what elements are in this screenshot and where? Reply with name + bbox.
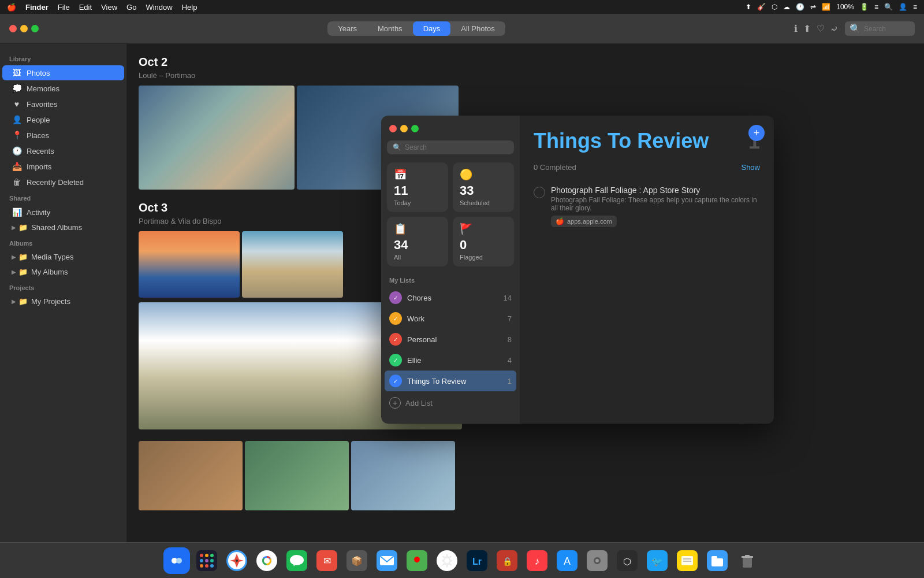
rem-search-input[interactable]	[405, 143, 508, 151]
dock-mail[interactable]	[374, 547, 400, 574]
sidebar-item-photos[interactable]: 🖼 Photos	[2, 65, 124, 80]
dock-files[interactable]	[704, 547, 731, 574]
rem-close-button[interactable]	[389, 125, 397, 132]
sidebar-item-recently-deleted[interactable]: 🗑 Recently Deleted	[2, 175, 124, 190]
sidebar-item-places[interactable]: 📍 Places	[2, 128, 124, 143]
dock-vpn[interactable]: 🔒	[494, 547, 520, 574]
dock-finder[interactable]	[163, 547, 190, 574]
stat-today[interactable]: 📅 11 Today	[387, 162, 448, 212]
photo-item[interactable]	[139, 441, 243, 510]
svg-text:🐦: 🐦	[651, 556, 663, 567]
svg-point-9	[210, 559, 214, 562]
list-item-ellie[interactable]: ✓ Ellie 4	[381, 350, 520, 370]
bottom-thumbnails	[139, 441, 912, 510]
rem-search-box[interactable]: 🔍	[387, 140, 514, 154]
dock-launchpad[interactable]	[193, 547, 220, 574]
svg-point-12	[210, 564, 214, 568]
menu-finder[interactable]: Finder	[25, 3, 49, 12]
tab-all-photos[interactable]: All Photos	[450, 21, 505, 36]
status-user[interactable]: 👤	[899, 3, 907, 11]
sidebar-item-people[interactable]: 👤 People	[2, 112, 124, 127]
dock-trash[interactable]	[734, 547, 761, 574]
tab-years[interactable]: Years	[327, 21, 367, 36]
info-icon[interactable]: ℹ	[794, 23, 798, 34]
dock-messages[interactable]	[284, 547, 310, 574]
photo-item[interactable]	[139, 86, 295, 190]
photo-item[interactable]	[242, 231, 343, 298]
dock-maps[interactable]	[404, 547, 430, 574]
status-search[interactable]: 🔍	[884, 3, 893, 11]
show-completed-button[interactable]: Show	[741, 163, 760, 172]
personal-count: 8	[508, 335, 512, 344]
close-button[interactable]	[9, 25, 17, 32]
maximize-button[interactable]	[31, 25, 39, 32]
all-label: All	[394, 254, 441, 261]
apple-menu[interactable]: 🍎	[7, 3, 16, 12]
menu-go[interactable]: Go	[126, 3, 136, 12]
task-complete-circle[interactable]	[534, 187, 545, 198]
list-item-chores[interactable]: ✓ Chores 14	[381, 287, 520, 308]
photo-item[interactable]	[139, 231, 240, 298]
dock-app2[interactable]: 📦	[344, 547, 370, 574]
svg-text:Lr: Lr	[472, 557, 482, 566]
rem-minimize-button[interactable]	[400, 125, 408, 132]
sidebar-item-my-projects[interactable]: ▶ 📁 My Projects	[2, 294, 124, 309]
rem-detail-header: Things To Review 1	[534, 129, 760, 154]
tab-months[interactable]: Months	[367, 21, 413, 36]
stat-scheduled[interactable]: 🟡 33 Scheduled	[453, 162, 514, 212]
search-icon: 🔍	[850, 23, 861, 34]
toolbar: Years Months Days All Photos ℹ ⬆ ♡ ⤾ 🔍	[0, 14, 924, 44]
tab-days[interactable]: Days	[413, 21, 451, 36]
stat-all[interactable]: 📋 34 All	[387, 217, 448, 266]
sidebar-item-activity[interactable]: 📊 Activity	[2, 205, 124, 220]
sidebar-item-memories[interactable]: 💭 Memories	[2, 81, 124, 96]
menu-view[interactable]: View	[101, 3, 117, 12]
photo-item[interactable]	[351, 441, 455, 510]
menu-file[interactable]: File	[58, 3, 70, 12]
add-list-button[interactable]: + Add List	[381, 391, 520, 414]
menu-edit[interactable]: Edit	[79, 3, 92, 12]
dock-appstore[interactable]: A	[554, 547, 580, 574]
status-control[interactable]: ≡	[913, 3, 917, 11]
dock-photos[interactable]	[434, 547, 460, 574]
my-projects-icon: 📁	[18, 297, 28, 306]
flagged-count: 0	[460, 238, 507, 253]
all-icon: 📋	[394, 223, 441, 235]
dock-settings[interactable]	[584, 547, 610, 574]
list-item-personal[interactable]: ✓ Personal 8	[381, 329, 520, 350]
rem-maximize-button[interactable]	[411, 125, 419, 132]
sidebar-item-media-types[interactable]: ▶ 📁 Media Types	[2, 250, 124, 264]
dock-app1[interactable]: ✉	[314, 547, 340, 574]
status-wifi: 📶	[822, 3, 830, 11]
search-input[interactable]	[864, 25, 910, 33]
sidebar-item-imports[interactable]: 📥 Imports	[2, 159, 124, 174]
photo-item[interactable]	[245, 441, 349, 510]
menu-help[interactable]: Help	[182, 3, 198, 12]
svg-point-10	[200, 564, 203, 568]
svg-point-33	[445, 558, 449, 563]
sidebar-item-my-albums[interactable]: ▶ 📁 My Albums	[2, 265, 124, 279]
rotate-icon[interactable]: ⤾	[830, 23, 838, 34]
add-reminder-button[interactable]: +	[748, 125, 765, 141]
svg-rect-54	[711, 558, 723, 566]
dock-music[interactable]: ♪	[524, 547, 550, 574]
heart-icon[interactable]: ♡	[817, 23, 825, 34]
dock-notes[interactable]	[674, 547, 701, 574]
stat-flagged[interactable]: 🚩 0 Flagged	[453, 217, 514, 266]
list-item-work[interactable]: ✓ Work 7	[381, 308, 520, 329]
dock-chrome[interactable]	[254, 547, 280, 574]
list-item-things-to-review[interactable]: ✓ Things To Review 1	[385, 370, 516, 391]
sidebar-item-recents[interactable]: 🕐 Recents	[2, 143, 124, 158]
dock-safari[interactable]	[223, 547, 250, 574]
sidebar-item-shared-albums[interactable]: ▶ 📁 Shared Albums	[2, 220, 124, 235]
task-link[interactable]: 🍎 apps.apple.com	[551, 216, 617, 227]
dock-app3[interactable]: ⬡	[614, 547, 640, 574]
dock-lightroom[interactable]: Lr	[464, 547, 490, 574]
share-icon[interactable]: ⬆	[803, 23, 811, 34]
search-box[interactable]: 🔍	[845, 21, 915, 36]
menu-window[interactable]: Window	[146, 3, 172, 12]
library-label: Library	[0, 51, 126, 65]
minimize-button[interactable]	[20, 25, 28, 32]
sidebar-item-favorites[interactable]: ♥ Favorites	[2, 97, 124, 112]
dock-twitter[interactable]: 🐦	[644, 547, 670, 574]
